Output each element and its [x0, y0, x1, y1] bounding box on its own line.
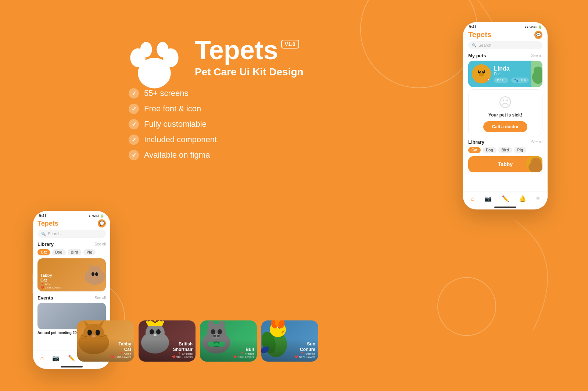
- events-see-all[interactable]: See all: [94, 296, 106, 300]
- phone-left-title: Tepets: [37, 220, 58, 227]
- phone-left-library-header: Library See all: [37, 241, 106, 247]
- phone-right-search[interactable]: 🔍 Search: [468, 41, 542, 49]
- tabby-library-label: Tabby: [498, 161, 513, 167]
- tabby-card-info: TabbyCat 📍Africa ❤️1251 Lovers: [40, 273, 61, 289]
- tag-pig-left[interactable]: Pig: [83, 249, 96, 255]
- british-card-lovers: ❤️9801 Lovers: [172, 355, 193, 359]
- svg-point-28: [96, 330, 100, 336]
- svg-point-43: [154, 320, 156, 322]
- brand-area: Tepets V1.0 Pet Care Ui Kit Design: [195, 37, 342, 78]
- svg-point-29: [92, 335, 96, 337]
- svg-point-9: [92, 272, 94, 276]
- paw-icon: [125, 33, 184, 92]
- tag-cat-right[interactable]: Cat: [468, 147, 481, 153]
- library-see-all-left[interactable]: See all: [94, 242, 106, 246]
- second-pet-partial: [531, 61, 542, 87]
- brand-title-row: Tepets V1.0: [195, 37, 342, 63]
- svg-point-4: [157, 42, 168, 57]
- check-icon-3: [129, 119, 139, 129]
- svg-marker-8: [97, 263, 101, 268]
- svg-marker-25: [83, 320, 90, 326]
- nav-bell-right[interactable]: 🔔: [519, 195, 526, 202]
- call-doctor-button[interactable]: Call a doctor: [483, 121, 528, 132]
- feature-4-text: Included component: [144, 135, 217, 144]
- conure-card-name: SunConure: [295, 341, 315, 352]
- deco-curve-3: [437, 277, 496, 336]
- tag-dog-right[interactable]: Dog: [483, 147, 496, 153]
- nav-camera-left[interactable]: 📷: [52, 355, 60, 362]
- phone-left-header: Tepets 💬: [37, 218, 106, 230]
- british-card-name: BritishShorthair: [172, 341, 193, 352]
- nav-home-left[interactable]: ⌂: [40, 355, 44, 362]
- events-header: Events See all: [37, 295, 106, 301]
- linda-pet-card[interactable]: 1 Linda Pug ♥ 118 🐾 38.6: [468, 61, 542, 87]
- check-icon-4: [129, 134, 139, 145]
- tabby-library-card[interactable]: Tabby: [468, 156, 542, 172]
- phone-left-notification[interactable]: 💬: [98, 219, 106, 227]
- nav-home-right[interactable]: ⌂: [471, 196, 474, 202]
- linda-avatar: 1: [472, 64, 491, 83]
- second-pet-image: [531, 61, 542, 87]
- tabby-lovers: ❤️1251 Lovers: [40, 286, 61, 289]
- center-content: Tepets V1.0 Pet Care Ui Kit Design 55+ s…: [129, 33, 342, 165]
- svg-point-27: [87, 330, 92, 336]
- category-tags-right: Cat Dog Bird Pig: [468, 147, 542, 153]
- search-text-right: Search: [478, 43, 491, 47]
- svg-point-42: [146, 321, 148, 323]
- conure-card-content: SunConure 📍America ❤️5471 Lovers: [295, 341, 315, 359]
- library-title-right: Library: [468, 139, 484, 145]
- svg-point-20: [534, 67, 542, 75]
- my-pets-see-all[interactable]: See all: [531, 54, 542, 58]
- feature-5-text: Available on figma: [144, 150, 210, 160]
- nav-camera-right[interactable]: 📷: [484, 195, 492, 202]
- phone-left-search[interactable]: 🔍 Search: [37, 230, 106, 238]
- search-icon-right: 🔍: [472, 43, 476, 47]
- breed-card-conure[interactable]: SunConure 📍America ❤️5471 Lovers: [261, 320, 318, 362]
- tag-bird-left[interactable]: Bird: [68, 249, 82, 255]
- phone-right-notification[interactable]: 💬: [534, 31, 542, 39]
- svg-point-16: [479, 73, 484, 76]
- version-badge: V1.0: [281, 40, 299, 49]
- nav-edit-left[interactable]: ✏️: [68, 355, 75, 362]
- breed-card-bull[interactable]: Bull 📍France ❤️3048 Lovers: [200, 320, 257, 362]
- british-card-origin: 📍England: [172, 352, 193, 355]
- search-text-left: Search: [48, 232, 61, 236]
- search-icon-left: 🔍: [41, 232, 46, 236]
- tag-dog-left[interactable]: Dog: [52, 249, 65, 255]
- svg-point-38: [150, 329, 154, 334]
- tag-cat-left[interactable]: Cat: [37, 249, 50, 255]
- phone-right-header: Tepets 💬: [468, 29, 542, 41]
- tabby-mini-image: [526, 156, 542, 172]
- svg-point-40: [154, 334, 157, 336]
- tabby-card-lovers: ❤️1251 Lovers: [111, 355, 131, 359]
- library-see-all-right[interactable]: See all: [531, 140, 542, 144]
- conure-card-origin: 📍America: [295, 352, 315, 355]
- library-header-right: Library See all: [468, 139, 542, 145]
- deco-curve-1: [360, 0, 478, 88]
- feature-4: Included component: [129, 134, 342, 145]
- feature-2: Free font & icon: [129, 104, 342, 114]
- nav-menu-right[interactable]: ≡: [536, 196, 539, 202]
- tag-bird-right[interactable]: Bird: [498, 147, 512, 153]
- my-pets-title: My pets: [468, 53, 486, 58]
- bull-card-origin: 📍France: [233, 352, 254, 355]
- breed-card-british[interactable]: BritishShorthair 📍England ❤️9801 Lovers: [139, 320, 196, 362]
- tag-pig-right[interactable]: Pig: [514, 147, 527, 153]
- svg-point-22: [531, 158, 541, 167]
- linda-badge: 1: [485, 78, 491, 83]
- svg-point-53: [217, 335, 220, 337]
- svg-point-64: [272, 328, 282, 335]
- feature-2-text: Free font & icon: [144, 104, 201, 114]
- sick-face-icon: ☹: [472, 95, 538, 110]
- british-card-content: BritishShorthair 📍England ❤️9801 Lovers: [172, 341, 193, 359]
- tabby-card-name: TabbyCat: [111, 341, 131, 352]
- home-indicator-right: [494, 207, 516, 208]
- tabby-cat-card[interactable]: TabbyCat 📍Africa ❤️1251 Lovers: [37, 258, 106, 291]
- features-list: 55+ screens Free font & icon Fully custo…: [129, 88, 342, 160]
- nav-edit-right[interactable]: ✏️: [502, 195, 509, 202]
- svg-point-11: [94, 276, 96, 277]
- breed-card-tabby[interactable]: TabbyCat 📍Africa ❤️1251 Lovers: [77, 320, 134, 362]
- phone-right-screen: Tepets 💬 🔍 Search My pets See all: [463, 29, 548, 172]
- svg-point-44: [162, 321, 164, 323]
- tabby-card-origin: 📍Africa: [111, 352, 131, 355]
